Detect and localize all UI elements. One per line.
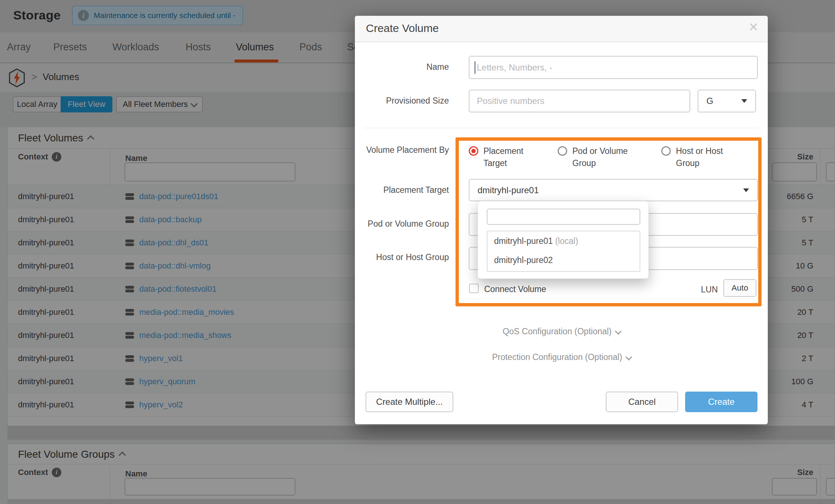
provisioned-size-input[interactable] xyxy=(469,90,690,112)
dropdown-option-list: dmitryhl-pure01 (local) dmitryhl-pure02 xyxy=(487,231,640,272)
chevron-down-icon xyxy=(615,328,622,335)
placement-target-value: dmitryhl-pure01 xyxy=(478,185,539,195)
dropdown-search-input[interactable] xyxy=(487,209,640,225)
provisioned-size-label: Provisioned Size xyxy=(361,96,449,106)
placement-target-select[interactable]: dmitryhl-pure01 xyxy=(469,179,758,201)
dropdown-arrow-icon xyxy=(743,188,749,192)
text-caret xyxy=(475,61,475,74)
option-name: dmitryhl-pure02 xyxy=(494,255,553,265)
placement-target-dropdown: dmitryhl-pure01 (local) dmitryhl-pure02 xyxy=(478,201,649,279)
option-name: dmitryhl-pure01 xyxy=(494,236,553,246)
cancel-button[interactable]: Cancel xyxy=(606,392,678,412)
radio-icon[interactable] xyxy=(558,146,567,156)
radio-icon[interactable] xyxy=(469,146,478,156)
divider xyxy=(364,128,759,128)
name-input[interactable] xyxy=(469,56,758,79)
size-unit-select[interactable]: G xyxy=(698,90,756,112)
radio-label: Pod or Volume Group xyxy=(572,145,646,169)
dropdown-arrow-icon xyxy=(741,99,747,103)
radio-host-or-host-group[interactable]: Host or Host Group xyxy=(661,145,744,169)
protection-configuration-expander[interactable]: Protection Configuration (Optional) xyxy=(355,352,768,362)
radio-placement-target[interactable]: Placement Target xyxy=(469,145,539,169)
dropdown-option-pure02[interactable]: dmitryhl-pure02 xyxy=(487,251,640,270)
connect-volume-checkbox[interactable] xyxy=(469,284,479,293)
radio-pod-or-volume-group[interactable]: Pod or Volume Group xyxy=(558,145,646,169)
size-unit-value: G xyxy=(706,96,713,106)
option-suffix: (local) xyxy=(553,236,578,246)
pod-or-volume-group-label: Pod or Volume Group xyxy=(361,219,449,229)
close-icon[interactable]: × xyxy=(749,19,758,35)
modal-title: Create Volume xyxy=(366,22,439,35)
screen: Storage i Maintenance is currently sched… xyxy=(0,0,835,504)
connect-volume-label: Connect Volume xyxy=(484,284,546,294)
dropdown-option-pure01[interactable]: dmitryhl-pure01 (local) xyxy=(487,231,640,251)
radio-label: Placement Target xyxy=(483,145,539,169)
radio-label: Host or Host Group xyxy=(676,145,744,169)
create-multiple-button[interactable]: Create Multiple... xyxy=(366,392,453,412)
name-label: Name xyxy=(361,62,449,72)
chevron-down-icon xyxy=(625,354,632,360)
expander-label: QoS Configuration (Optional) xyxy=(503,327,612,336)
create-button[interactable]: Create xyxy=(685,392,757,412)
lun-label: LUN xyxy=(685,285,718,295)
lun-auto-button[interactable]: Auto xyxy=(723,279,756,297)
radio-icon[interactable] xyxy=(661,146,671,156)
qos-configuration-expander[interactable]: QoS Configuration (Optional) xyxy=(355,327,768,336)
create-volume-modal: Create Volume × Name Provisioned Size G … xyxy=(355,16,768,424)
volume-placement-by-label: Volume Placement By xyxy=(361,145,449,155)
expander-label: Protection Configuration (Optional) xyxy=(492,352,622,362)
placement-target-label: Placement Target xyxy=(361,185,449,195)
modal-header: Create Volume × xyxy=(355,16,768,42)
host-or-host-group-label: Host or Host Group xyxy=(361,252,449,262)
